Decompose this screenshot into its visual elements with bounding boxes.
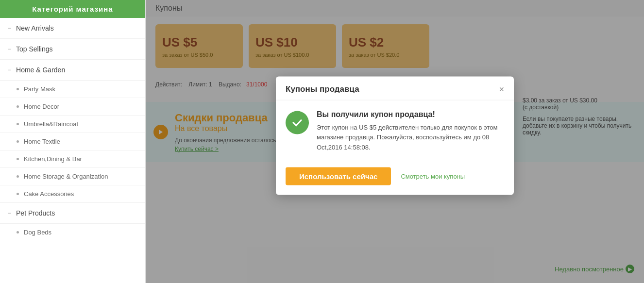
use-now-button[interactable]: Использовать сейчас (286, 167, 391, 185)
sidebar-item-top-sellings[interactable]: − Top Sellings (0, 39, 145, 60)
minus-icon: − (8, 25, 11, 32)
minus-icon: − (8, 210, 11, 216)
sidebar-item-home-garden[interactable]: − Home & Garden (0, 60, 145, 81)
dot-icon (17, 88, 19, 90)
sidebar-item-home-textile[interactable]: Home Textile (0, 133, 145, 150)
dot-icon (17, 158, 19, 160)
modal-title: Купоны продавца (286, 84, 359, 94)
modal-success-text: Этот купон на US $5 действителен только … (317, 122, 504, 152)
dot-icon (17, 193, 19, 195)
modal-header: Купоны продавца × (276, 76, 514, 100)
dot-icon (17, 231, 19, 233)
sidebar-item-home-decor[interactable]: Home Decor (0, 98, 145, 116)
sidebar-item-umbrella-raincoat[interactable]: Umbrella&Raincoat (0, 116, 145, 133)
minus-icon: − (8, 46, 11, 52)
sidebar-item-kitchen-dining[interactable]: Kitchen,Dining & Bar (0, 150, 145, 168)
coupon-modal: Купоны продавца × Вы получили купон прод… (276, 76, 514, 195)
modal-body: Вы получили купон продавца! Этот купон н… (276, 100, 514, 162)
dot-icon (17, 175, 19, 178)
sidebar-item-dog-beds[interactable]: Dog Beds (0, 224, 145, 241)
minus-icon: − (8, 67, 11, 73)
dot-icon (17, 140, 19, 143)
sidebar-item-pet-products[interactable]: − Pet Products (0, 203, 145, 224)
sidebar-item-cake-accessories[interactable]: Cake Accessories (0, 185, 145, 203)
main-content: Купоны US $5 за заказ от US $50.0 US $10… (146, 0, 644, 283)
sidebar: Категорий магазина − New Arrivals − Top … (0, 0, 146, 283)
view-coupons-link[interactable]: Смотреть мои купоны (401, 172, 465, 180)
modal-text-content: Вы получили купон продавца! Этот купон н… (317, 110, 504, 152)
dot-icon (17, 123, 19, 125)
modal-success-title: Вы получили купон продавца! (317, 110, 504, 118)
close-icon[interactable]: × (499, 84, 504, 93)
sidebar-item-party-mask[interactable]: Party Mask (0, 81, 145, 98)
sidebar-header: Категорий магазина (0, 0, 145, 18)
dot-icon (17, 105, 19, 108)
success-check-icon (286, 111, 309, 134)
sidebar-item-home-storage[interactable]: Home Storage & Organization (0, 168, 145, 185)
sidebar-item-new-arrivals[interactable]: − New Arrivals (0, 18, 145, 39)
modal-footer: Использовать сейчас Смотреть мои купоны (276, 162, 514, 195)
